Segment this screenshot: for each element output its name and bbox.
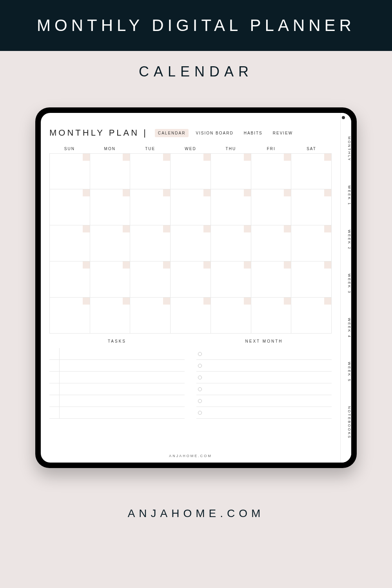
nav-tab-review[interactable]: REVIEW (270, 129, 296, 137)
calendar-cell[interactable] (90, 225, 131, 261)
task-checkbox[interactable] (49, 395, 60, 407)
page-header: MONTHLY PLAN | CALENDARVISION BOARDHABIT… (49, 128, 332, 138)
calendar-cell[interactable] (211, 225, 251, 261)
calendar-cell[interactable] (171, 189, 211, 225)
side-tab-monthly[interactable]: MONTHLY (341, 136, 351, 162)
task-checkbox[interactable] (49, 407, 60, 418)
calendar-cell[interactable] (90, 189, 131, 225)
calendar-cell[interactable] (130, 189, 171, 225)
calendar-cell[interactable] (171, 225, 211, 261)
date-box (324, 261, 331, 269)
tablet-screen: MONTHLY PLAN | CALENDARVISION BOARDHABIT… (41, 113, 351, 463)
calendar-cell[interactable] (50, 298, 90, 334)
task-checkbox[interactable] (49, 372, 60, 383)
side-tab-notebooks[interactable]: NOTEBOOKS (341, 406, 351, 439)
page-footer: ANJAHOME.COM (49, 451, 332, 459)
date-box (203, 154, 211, 161)
weekday-mon: MON (90, 147, 130, 151)
calendar-cell[interactable] (90, 261, 131, 298)
next-month-row[interactable] (196, 360, 332, 372)
bottom-sections: TASKS NEXT MONTH (49, 339, 332, 451)
date-box (163, 154, 170, 161)
calendar-cell[interactable] (171, 298, 211, 334)
date-box (244, 261, 251, 269)
date-box (203, 261, 211, 269)
date-box (163, 225, 170, 232)
calendar-cell[interactable] (211, 189, 251, 225)
date-box (284, 225, 291, 232)
task-row[interactable] (49, 383, 185, 395)
side-tab-week-3[interactable]: WEEK 3 (341, 274, 351, 294)
side-tab-week-1[interactable]: WEEK 1 (341, 185, 351, 206)
banner-title: MONTHLY DIGITAL PLANNER (37, 16, 355, 35)
date-box (83, 261, 90, 269)
date-box (244, 225, 251, 232)
calendar-cell[interactable] (50, 153, 90, 189)
calendar-cell[interactable] (291, 261, 332, 298)
date-box (244, 298, 251, 305)
side-tabs: MONTHLYWEEK 1WEEK 2WEEK 3WEEK 4WEEK 5NOT… (340, 113, 351, 463)
task-row[interactable] (49, 348, 185, 360)
nav-tab-calendar[interactable]: CALENDAR (155, 129, 189, 137)
calendar-cell[interactable] (171, 261, 211, 298)
date-box (203, 189, 211, 196)
tasks-section: TASKS (49, 339, 185, 451)
calendar-cell[interactable] (291, 153, 332, 189)
task-row[interactable] (49, 407, 185, 419)
circle-icon (198, 352, 202, 356)
next-month-row[interactable] (196, 372, 332, 383)
calendar-grid (49, 153, 332, 334)
nav-tab-habits[interactable]: HABITS (241, 129, 266, 137)
calendar-cell[interactable] (50, 189, 90, 225)
task-row[interactable] (49, 395, 185, 407)
side-tab-week-2[interactable]: WEEK 2 (341, 230, 351, 250)
calendar-cell[interactable] (90, 298, 131, 334)
circle-icon (198, 387, 202, 391)
task-checkbox[interactable] (49, 383, 60, 395)
task-checkbox[interactable] (49, 360, 60, 371)
sub-heading: CALENDAR (0, 64, 392, 80)
calendar-cell[interactable] (211, 261, 251, 298)
date-box (83, 225, 90, 232)
side-tab-week-4[interactable]: WEEK 4 (341, 318, 351, 338)
calendar-cell[interactable] (251, 298, 292, 334)
calendar-cell[interactable] (291, 298, 332, 334)
calendar-cell[interactable] (130, 225, 171, 261)
calendar-cell[interactable] (211, 153, 251, 189)
camera-icon (342, 116, 345, 119)
next-month-row[interactable] (196, 383, 332, 395)
calendar-cell[interactable] (50, 225, 90, 261)
next-month-row[interactable] (196, 407, 332, 419)
weekday-thu: THU (211, 147, 251, 151)
next-month-row[interactable] (196, 348, 332, 360)
planner-page: MONTHLY PLAN | CALENDARVISION BOARDHABIT… (41, 113, 340, 463)
task-row[interactable] (49, 360, 185, 372)
calendar-cell[interactable] (251, 153, 292, 189)
brand-footer: ANJAHOME.COM (0, 507, 392, 520)
top-banner: MONTHLY DIGITAL PLANNER (0, 0, 392, 51)
task-lines (49, 348, 185, 419)
calendar-cell[interactable] (251, 189, 292, 225)
calendar-cell[interactable] (291, 225, 332, 261)
calendar-cell[interactable] (211, 298, 251, 334)
calendar-cell[interactable] (251, 225, 292, 261)
page-title: MONTHLY PLAN | (49, 128, 148, 138)
calendar-cell[interactable] (291, 189, 332, 225)
calendar-cell[interactable] (130, 153, 171, 189)
calendar-cell[interactable] (130, 298, 171, 334)
calendar-cell[interactable] (171, 153, 211, 189)
calendar-cell[interactable] (130, 261, 171, 298)
task-checkbox[interactable] (49, 348, 60, 359)
next-month-row[interactable] (196, 395, 332, 407)
calendar-cell[interactable] (90, 153, 131, 189)
task-row[interactable] (49, 372, 185, 383)
side-tab-week-5[interactable]: WEEK 5 (341, 362, 351, 382)
calendar-cell[interactable] (251, 261, 292, 298)
weekday-sat: SAT (291, 147, 332, 151)
date-box (163, 189, 170, 196)
date-box (284, 189, 291, 196)
date-box (203, 298, 211, 305)
calendar-cell[interactable] (50, 261, 90, 298)
nav-tab-vision-board[interactable]: VISION BOARD (192, 129, 236, 137)
date-box (123, 154, 130, 161)
